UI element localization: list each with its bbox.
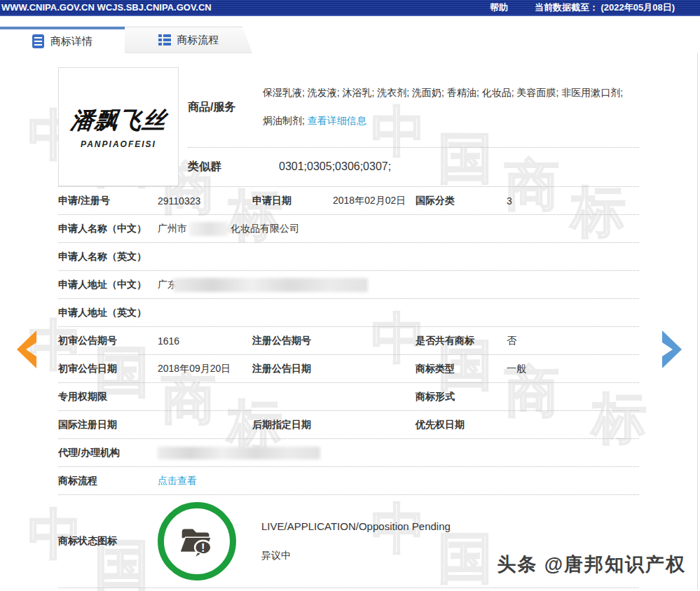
applicant-address-cn-value: 广东 xyxy=(158,278,639,292)
goods-services-label: 商品/服务 xyxy=(188,100,263,115)
trademark-type-value: 一般 xyxy=(507,363,639,375)
redacted-text xyxy=(158,447,320,459)
prelim-gazette-no-label: 初审公告期号 xyxy=(58,335,158,347)
status-text-en: LIVE/APPLICATION/Opposition Pending xyxy=(261,520,451,532)
agency-value xyxy=(158,446,639,459)
status-text-cn: 异议中 xyxy=(261,550,451,562)
trademark-name-en: PANPIAOFEISI xyxy=(81,139,156,149)
exclusive-term-label: 专用权期限 xyxy=(58,391,158,403)
applicant-name-cn-label: 申请人名称（中文） xyxy=(58,223,158,235)
intl-reg-date-row: 国际注册日期 后期指定日期 优先权日期 xyxy=(58,411,639,439)
exclusive-term-row: 专用权期限 商标形式 xyxy=(58,383,639,411)
applicant-name-en-row: 申请人名称（英文） xyxy=(58,243,639,271)
trademark-detail-panel: 中 国 商 标 中 国 商 标 中 国 商 标 中 国 商 标 中 国 中 国 … xyxy=(0,53,698,590)
topbar: WWW.CNIPA.GOV.CN WCJS.SBJ.CNIPA.GOV.CN 帮… xyxy=(0,0,700,16)
trademark-flow-row: 商标流程 点击查看 xyxy=(58,467,639,495)
trademark-flow-label: 商标流程 xyxy=(58,475,158,487)
prelim-gazette-date-value: 2018年09月20日 xyxy=(158,363,252,375)
shared-trademark-value: 否 xyxy=(507,335,639,347)
prelim-gazette-date-label: 初审公告日期 xyxy=(58,363,158,375)
svg-text:!: ! xyxy=(201,541,205,554)
reg-gazette-date-label: 注册公告日期 xyxy=(252,363,333,375)
shared-trademark-label: 是否共有商标 xyxy=(416,335,507,347)
prelim-gazette-no-value: 1616 xyxy=(158,335,252,347)
goods-services-value-line1: 保湿乳液; 洗发液; 沐浴乳; 洗衣剂; 洗面奶; 香精油; 化妆品; 美容面膜… xyxy=(263,87,639,99)
later-designation-date-label: 后期指定日期 xyxy=(252,419,333,431)
redacted-text xyxy=(173,278,368,292)
similar-group-value: 0301;0305;0306;0307; xyxy=(263,160,391,173)
applicant-name-cn-row: 申请人名称（中文） 广州市化妆品有限公司 xyxy=(58,215,639,243)
tab-detail-label: 商标详情 xyxy=(50,35,92,48)
application-number-row: 申请/注册号 29110323 申请日期 2018年02月02日 国际分类 3 xyxy=(58,187,639,215)
data-cutoff-date: 当前数据截至： (2022年05月08日) xyxy=(535,1,675,14)
tab-trademark-detail[interactable]: 商标详情 xyxy=(0,27,125,53)
applicant-name-cn-value: 广州市化妆品有限公司 xyxy=(158,222,639,236)
list-icon xyxy=(158,34,171,46)
prev-arrow[interactable] xyxy=(13,330,39,369)
trademark-summary-block: 潘飘飞丝 PANPIAOFEISI 商品/服务 保湿乳液; 洗发液; 沐浴乳; … xyxy=(58,53,639,187)
next-arrow[interactable] xyxy=(659,330,686,369)
tabbar: 商标详情 商标流程 xyxy=(0,27,700,53)
click-to-view-link[interactable]: 点击查看 xyxy=(158,475,197,486)
applicant-address-cn-row: 申请人地址（中文） 广东 xyxy=(58,271,639,299)
goods-services-value-line2: 焗油制剂; xyxy=(263,115,308,126)
applicant-address-en-label: 申请人地址（英文） xyxy=(58,307,158,319)
agency-label: 代理/办理机构 xyxy=(58,447,158,459)
similar-group-row: 类似群 0301;0305;0306;0307; xyxy=(188,148,639,186)
goods-services-row: 商品/服务 保湿乳液; 洗发液; 沐浴乳; 洗衣剂; 洗面奶; 香精油; 化妆品… xyxy=(188,67,639,148)
priority-date-label: 优先权日期 xyxy=(416,419,507,431)
application-number-value: 29110323 xyxy=(158,195,252,207)
prelim-gazette-date-row: 初审公告日期 2018年09月20日 注册公告日期 商标类型 一般 xyxy=(58,355,639,383)
reg-gazette-no-label: 注册公告期号 xyxy=(252,335,333,347)
intl-class-label: 国际分类 xyxy=(416,195,507,207)
application-date-value: 2018年02月02日 xyxy=(333,195,416,207)
application-date-label: 申请日期 xyxy=(252,195,333,207)
applicant-name-en-label: 申请人名称（英文） xyxy=(58,251,158,263)
help-link[interactable]: 帮助 xyxy=(490,1,508,14)
document-icon xyxy=(32,34,44,48)
tab-flow-label: 商标流程 xyxy=(177,34,219,47)
intl-reg-date-label: 国际注册日期 xyxy=(58,419,158,431)
applicant-address-en-row: 申请人地址（英文） xyxy=(58,299,639,327)
trademark-status-label: 商标状态图标 xyxy=(58,535,158,548)
prelim-gazette-no-row: 初审公告期号 1616 注册公告期号 是否共有商标 否 xyxy=(58,327,639,355)
trademark-image: 潘飘飞丝 PANPIAOFEISI xyxy=(58,67,179,186)
site-urls: WWW.CNIPA.GOV.CN WCJS.SBJ.CNIPA.GOV.CN xyxy=(1,2,212,13)
application-number-label: 申请/注册号 xyxy=(58,195,158,207)
trademark-type-label: 商标类型 xyxy=(416,363,507,375)
intl-class-value: 3 xyxy=(507,195,639,207)
redacted-text xyxy=(189,222,228,236)
toutiao-watermark: 头条 @唐邦知识产权 xyxy=(497,552,686,577)
agency-row: 代理/办理机构 xyxy=(58,439,639,467)
trademark-form-label: 商标形式 xyxy=(416,391,507,403)
similar-group-label: 类似群 xyxy=(188,160,263,174)
view-details-link[interactable]: 查看详细信息 xyxy=(308,115,366,126)
tab-trademark-flow[interactable]: 商标流程 xyxy=(125,27,252,53)
applicant-address-cn-label: 申请人地址（中文） xyxy=(58,279,158,291)
trademark-name-cn: 潘飘飞丝 xyxy=(69,105,168,137)
status-folder-alert-icon: ! xyxy=(158,502,236,580)
